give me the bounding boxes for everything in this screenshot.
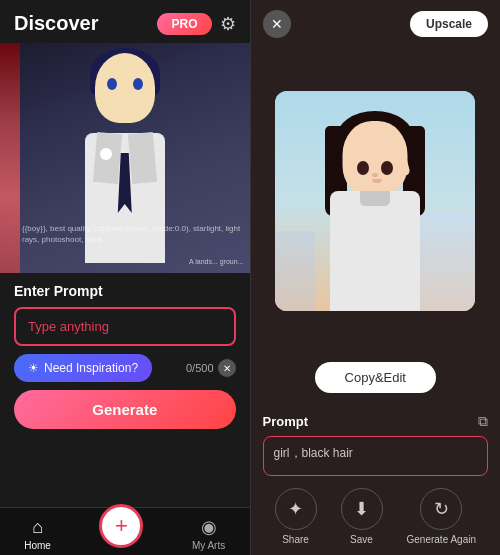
app-title: Discover <box>14 12 99 35</box>
bottom-nav: ⌂ Home + ◉ My Arts <box>0 507 250 555</box>
pro-button[interactable]: PRO <box>157 13 211 35</box>
enter-prompt-section: Enter Prompt Type anything ☀ Need Inspir… <box>0 273 250 445</box>
share-circle: ✦ <box>275 488 317 530</box>
prompt-label-row: Prompt ⧉ <box>263 413 489 430</box>
close-icon: ✕ <box>271 16 283 32</box>
inspiration-button[interactable]: ☀ Need Inspiration? <box>14 354 152 382</box>
upscale-button[interactable]: Upscale <box>410 11 488 37</box>
right-header: ✕ Upscale <box>251 0 501 48</box>
anime-girl-image <box>275 91 475 311</box>
share-action[interactable]: ✦ Share <box>275 488 317 545</box>
nav-arts-label: My Arts <box>192 540 225 551</box>
header-actions: PRO ⚙ <box>157 13 235 35</box>
right-panel: ✕ Upscale <box>251 0 501 555</box>
boy-head <box>95 53 155 123</box>
nav-home[interactable]: ⌂ Home <box>24 517 51 551</box>
girl-body <box>330 191 420 311</box>
left-header: Discover PRO ⚙ <box>0 0 250 43</box>
char-count-value: 0/500 <box>186 362 214 374</box>
share-icon: ✦ <box>288 498 303 520</box>
prompt-input[interactable]: Type anything <box>14 307 236 346</box>
camera-icon: ◉ <box>201 516 217 538</box>
clear-button[interactable]: ✕ <box>218 359 236 377</box>
close-button[interactable]: ✕ <box>263 10 291 38</box>
share-label: Share <box>282 534 309 545</box>
char-count: 0/500 ✕ <box>186 359 236 377</box>
side-image-strip <box>0 43 20 273</box>
prompt-text-display: girl，black hair <box>263 436 489 476</box>
inspiration-row: ☀ Need Inspiration? 0/500 ✕ <box>14 354 236 382</box>
refresh-icon: ↻ <box>434 498 449 520</box>
generate-again-action[interactable]: ↻ Generate Again <box>407 488 477 545</box>
plus-icon: + <box>115 513 128 539</box>
prompt-section-label: Prompt <box>263 414 309 429</box>
save-icon: ⬇ <box>354 498 369 520</box>
enter-prompt-label: Enter Prompt <box>14 283 236 299</box>
nav-home-label: Home <box>24 540 51 551</box>
save-action[interactable]: ⬇ Save <box>341 488 383 545</box>
inspiration-label: Need Inspiration? <box>44 361 138 375</box>
generated-image-area <box>251 48 501 362</box>
nav-my-arts[interactable]: ◉ My Arts <box>192 516 225 551</box>
copy-prompt-button[interactable]: ⧉ <box>478 413 488 430</box>
lightbulb-icon: ☀ <box>28 361 39 375</box>
copy-edit-button[interactable]: Copy&Edit <box>315 362 436 393</box>
image-caption: A lands... groun... <box>189 258 243 265</box>
save-label: Save <box>350 534 373 545</box>
girl-scene <box>275 91 475 311</box>
home-icon: ⌂ <box>32 517 43 538</box>
right-bottom: Prompt ⧉ girl，black hair ✦ Share ⬇ Save <box>251 403 501 555</box>
copy-icon: ⧉ <box>478 413 488 429</box>
generate-button[interactable]: Generate <box>14 390 236 429</box>
left-panel: Discover PRO ⚙ <box>0 0 250 555</box>
prompt-overlay: {{boy}}, best quality, intricate details… <box>22 223 244 245</box>
image-showcase: {{boy}}, best quality, intricate details… <box>0 43 250 273</box>
action-row: ✦ Share ⬇ Save ↻ Generate Again <box>263 488 489 545</box>
generate-again-circle: ↻ <box>420 488 462 530</box>
gear-icon[interactable]: ⚙ <box>220 13 236 35</box>
generate-again-label: Generate Again <box>407 534 477 545</box>
add-button[interactable]: + <box>99 504 143 548</box>
save-circle: ⬇ <box>341 488 383 530</box>
